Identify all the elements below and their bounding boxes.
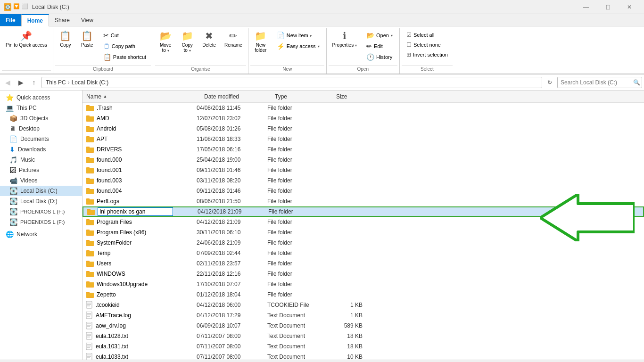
file-row[interactable]: Android05/08/2018 01:26File folder xyxy=(83,123,644,134)
file-row[interactable]: found.00025/04/2018 19:00File folder xyxy=(83,155,644,165)
copy-button[interactable]: 📋 Copy xyxy=(55,28,76,57)
search-input[interactable] xyxy=(557,77,642,88)
properties-button[interactable]: ℹ Properties ▾ xyxy=(329,28,361,57)
file-row[interactable]: WINDOWS22/11/2018 12:16File folder xyxy=(83,269,644,279)
file-date: 17/10/2018 07:07 xyxy=(197,281,267,288)
file-row[interactable]: APT11/08/2018 18:33File folder xyxy=(83,134,644,144)
file-name-input[interactable] xyxy=(98,207,173,216)
bc-this-pc[interactable]: This PC xyxy=(46,79,66,86)
tab-home[interactable]: Home xyxy=(21,14,49,26)
file-row[interactable]: Program Files04/12/2018 21:09File folder xyxy=(83,217,644,227)
file-type: Text Document xyxy=(267,333,329,339)
file-row[interactable]: eula.1033.txt07/11/2007 08:00Text Docume… xyxy=(83,352,644,360)
maximize-button[interactable]: ⎕ xyxy=(597,0,619,14)
file-date: 05/08/2018 01:26 xyxy=(197,125,267,132)
file-row[interactable]: Users02/11/2018 23:57File folder xyxy=(83,258,644,269)
new-item-button[interactable]: 📄 New item ▾ xyxy=(274,30,322,41)
cut-button[interactable]: ✂ Cut xyxy=(100,30,149,41)
paste-shortcut-button[interactable]: 📋 Paste shortcut xyxy=(100,52,149,62)
select-none-icon: ☐ xyxy=(406,41,412,48)
quick-access-icon: ⭐ xyxy=(6,94,14,101)
file-row[interactable]: found.00303/11/2018 08:20File folder xyxy=(83,175,644,186)
sidebar-item-downloads[interactable]: ⬇ Downloads xyxy=(0,144,82,155)
file-row[interactable]: DRIVERS17/05/2018 06:16File folder xyxy=(83,144,644,155)
up-button[interactable]: ↑ xyxy=(28,77,40,88)
file-name-text: Users xyxy=(97,260,111,267)
sidebar-item-local-disk-c[interactable]: 💽 Local Disk (C:) xyxy=(0,186,82,196)
new-folder-button[interactable]: 📁 Newfolder xyxy=(250,28,271,57)
copy-path-button[interactable]: 🗒 Copy path xyxy=(100,41,149,51)
file-row[interactable]: Windows10Upgrade17/10/2018 07:07File fol… xyxy=(83,279,644,289)
easy-access-button[interactable]: ⚡ Easy access ▾ xyxy=(274,41,322,51)
easy-access-icon: ⚡ xyxy=(277,42,285,50)
col-header-date[interactable]: Date modified xyxy=(204,93,275,100)
tab-view[interactable]: View xyxy=(75,14,99,26)
file-date: 09/11/2018 01:46 xyxy=(197,188,267,194)
file-row[interactable]: Temp07/09/2018 02:44File folder xyxy=(83,248,644,258)
file-row[interactable]: Zepetto01/12/2018 18:04File folder xyxy=(83,289,644,300)
tab-file[interactable]: File xyxy=(0,14,21,26)
forward-button[interactable]: ▶ xyxy=(15,77,26,88)
history-button[interactable]: 🕐 History xyxy=(363,52,396,62)
file-row[interactable]: SystemFolder24/06/2018 21:09File folder xyxy=(83,238,644,248)
downloads-icon: ⬇ xyxy=(9,146,15,153)
sidebar-item-music[interactable]: 🎵 Music xyxy=(0,155,82,165)
file-row[interactable]: Program Files (x86)30/11/2018 06:10File … xyxy=(83,227,644,238)
file-type: File folder xyxy=(267,250,329,256)
invert-selection-button[interactable]: ⊞ Invert selection xyxy=(404,50,451,59)
move-to-button[interactable]: 📂 Moveto ▾ xyxy=(155,28,176,57)
sidebar-item-desktop[interactable]: 🖥 Desktop xyxy=(0,123,82,134)
back-button[interactable]: ◀ xyxy=(2,77,13,88)
sidebar-item-phoenixos-1[interactable]: 💽 PHOENIXOS L (F:) xyxy=(0,206,82,217)
search-icon[interactable]: 🔍 xyxy=(633,79,640,86)
file-row[interactable]: AMFTrace.log04/12/2018 17:29Text Documen… xyxy=(83,310,644,321)
pin-quick-access-button[interactable]: 📌 Pin to Quick access xyxy=(2,28,51,57)
file-row[interactable]: .tcookieid04/12/2018 06:00TCOOKIEID File… xyxy=(83,300,644,310)
open-button[interactable]: 📂 Open ▾ xyxy=(363,30,396,41)
file-date: 30/11/2018 06:10 xyxy=(197,229,267,236)
file-date: 08/06/2018 21:50 xyxy=(197,198,267,205)
file-row[interactable]: .Trash04/08/2018 11:45File folder xyxy=(83,103,644,113)
minimize-button[interactable]: — xyxy=(575,0,597,14)
sidebar-item-pictures[interactable]: 🖼 Pictures xyxy=(0,165,82,175)
svg-rect-50 xyxy=(86,272,94,277)
file-row[interactable]: found.00109/11/2018 01:46File folder xyxy=(83,165,644,175)
file-row[interactable]: PerfLogs08/06/2018 21:50File folder xyxy=(83,196,644,206)
sidebar-item-videos[interactable]: 📹 Videos xyxy=(0,175,82,186)
file-name-cell: Temp xyxy=(86,250,197,256)
sidebar-item-3d-objects[interactable]: 📦 3D Objects xyxy=(0,113,82,123)
sidebar-item-this-pc[interactable]: 💻 This PC xyxy=(0,103,82,113)
sidebar-item-network[interactable]: 🌐 Network xyxy=(0,229,82,239)
new-folder-label: Newfolder xyxy=(255,42,266,53)
edit-button[interactable]: ✏ Edit xyxy=(363,41,396,51)
paste-shortcut-label: Paste shortcut xyxy=(113,54,146,60)
select-all-button[interactable]: ☑ Select all xyxy=(404,30,451,40)
sidebar-label-phoenixos-2: PHOENIXOS L (F:) xyxy=(20,219,65,225)
sidebar-item-quick-access[interactable]: ⭐ Quick access xyxy=(0,92,82,103)
file-row[interactable]: eula.1031.txt07/11/2007 08:00Text Docume… xyxy=(83,341,644,352)
close-button[interactable]: ✕ xyxy=(619,0,640,14)
col-header-size[interactable]: Size xyxy=(336,93,374,100)
file-icon xyxy=(86,229,94,236)
sidebar-item-phoenixos-2[interactable]: 💽 PHOENIXOS L (F:) xyxy=(0,217,82,227)
file-row[interactable]: 04/12/2018 21:09File folder xyxy=(83,206,644,217)
address-path[interactable]: This PC › Local Disk (C:) xyxy=(41,77,542,88)
sidebar-label-local-disk-d: Local Disk (D:) xyxy=(20,198,58,205)
file-row[interactable]: found.00409/11/2018 01:46File folder xyxy=(83,186,644,196)
file-row[interactable]: aow_drv.log06/09/2018 10:07Text Document… xyxy=(83,321,644,331)
bc-local-disk[interactable]: Local Disk (C:) xyxy=(72,79,109,86)
file-name-text: PerfLogs xyxy=(97,198,119,205)
col-header-type[interactable]: Type xyxy=(275,93,336,100)
sidebar-item-documents[interactable]: 📄 Documents xyxy=(0,134,82,144)
paste-button[interactable]: 📋 Paste xyxy=(77,28,98,57)
file-row[interactable]: AMD12/07/2018 23:02File folder xyxy=(83,113,644,123)
rename-button[interactable]: ✏ Rename xyxy=(221,28,246,57)
select-none-button[interactable]: ☐ Select none xyxy=(404,40,451,49)
refresh-button[interactable]: ↻ xyxy=(544,77,555,88)
col-header-name[interactable]: Name ▲ xyxy=(86,93,204,100)
copy-to-button[interactable]: 📁 Copyto ▾ xyxy=(177,28,198,57)
tab-share[interactable]: Share xyxy=(49,14,75,26)
file-row[interactable]: eula.1028.txt07/11/2007 08:00Text Docume… xyxy=(83,331,644,341)
sidebar-item-local-disk-d[interactable]: 💽 Local Disk (D:) xyxy=(0,196,82,206)
delete-button[interactable]: ✖ Delete xyxy=(198,28,220,57)
